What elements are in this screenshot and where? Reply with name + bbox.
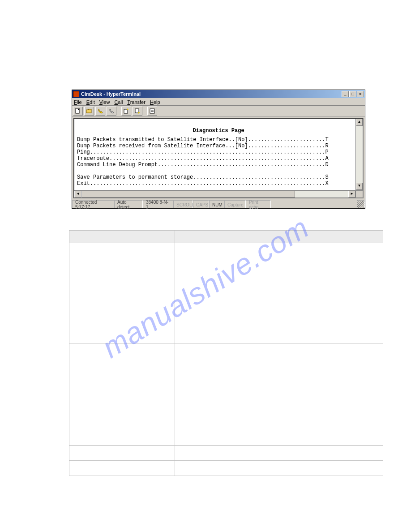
status-printecho: Print echo xyxy=(246,200,271,208)
table-header-cell xyxy=(175,231,383,243)
statusbar: Connected 5:17:17 Auto detect 38400 8-N-… xyxy=(72,200,365,208)
toolbar xyxy=(72,106,365,116)
toolbar-disconnect-button[interactable] xyxy=(107,107,116,116)
terminal-line: Exit....................................… xyxy=(77,180,329,187)
status-num: NUM xyxy=(209,200,224,208)
table-header-row xyxy=(69,231,383,243)
svg-rect-1 xyxy=(124,109,128,113)
window-title: CimDesk - HyperTerminal xyxy=(81,91,340,97)
hscroll-track[interactable] xyxy=(81,191,348,197)
horizontal-scrollbar[interactable]: ◄ ► xyxy=(74,190,355,197)
toolbar-new-button[interactable] xyxy=(73,107,83,116)
status-scroll: SCROLL xyxy=(173,200,193,208)
status-capture: Capture xyxy=(224,200,246,208)
doc-table xyxy=(69,230,383,476)
svg-rect-2 xyxy=(135,109,139,113)
menu-call[interactable]: Call xyxy=(114,99,123,105)
table-header-cell xyxy=(69,231,139,243)
disconnect-icon xyxy=(108,108,115,114)
svg-rect-3 xyxy=(150,109,154,113)
menu-edit[interactable]: Edit xyxy=(86,99,95,105)
scroll-right-icon[interactable]: ► xyxy=(348,191,355,197)
toolbar-receive-button[interactable] xyxy=(133,107,142,116)
table-row xyxy=(69,343,383,446)
terminal-line: Ping....................................… xyxy=(77,149,329,155)
table-row xyxy=(69,446,383,461)
receive-icon xyxy=(134,108,141,114)
menu-transfer[interactable]: Transfer xyxy=(127,99,146,105)
table-row xyxy=(69,243,383,343)
terminal-content[interactable]: Diagnostics PageDump Packets transmitted… xyxy=(74,119,363,197)
app-icon xyxy=(73,91,79,97)
toolbar-properties-button[interactable] xyxy=(147,107,157,116)
send-icon xyxy=(123,108,129,114)
status-detect: Auto detect xyxy=(114,200,143,208)
toolbar-call-button[interactable] xyxy=(95,107,105,116)
scroll-left-icon[interactable]: ◄ xyxy=(74,191,81,197)
menu-view[interactable]: View xyxy=(99,99,110,105)
terminal-header: Diagnostics Page xyxy=(77,126,360,137)
properties-icon xyxy=(149,108,155,114)
terminal-line: Traceroute..............................… xyxy=(77,155,329,162)
toolbar-send-button[interactable] xyxy=(121,107,131,116)
resize-grip-icon[interactable] xyxy=(357,200,365,208)
menubar: File Edit View Call Transfer Help xyxy=(72,98,365,106)
svg-rect-0 xyxy=(76,108,79,113)
maximize-button[interactable]: □ xyxy=(349,91,356,97)
call-icon xyxy=(97,108,103,114)
status-caps: CAPS xyxy=(193,200,209,208)
hscroll-thumb[interactable] xyxy=(81,191,295,197)
menu-help[interactable]: Help xyxy=(150,99,160,105)
titlebar[interactable]: CimDesk - HyperTerminal _ □ × xyxy=(72,90,365,98)
toolbar-open-button[interactable] xyxy=(84,107,94,116)
table-row xyxy=(69,461,383,476)
open-icon xyxy=(86,108,92,114)
scroll-down-icon[interactable]: ▼ xyxy=(356,183,363,190)
terminal-area: Diagnostics PageDump Packets transmitted… xyxy=(73,118,364,198)
scroll-up-icon[interactable]: ▲ xyxy=(356,119,363,126)
terminal-line: Dump Packets received from Satellite Int… xyxy=(77,143,329,149)
terminal-line: Dump Packets transmitted to Satellite In… xyxy=(77,137,329,143)
close-button[interactable]: × xyxy=(357,91,364,97)
vertical-scrollbar[interactable]: ▲ ▼ xyxy=(355,119,363,190)
status-port: 38400 8-N-1 xyxy=(143,200,173,208)
hyperterminal-window: CimDesk - HyperTerminal _ □ × File Edit … xyxy=(72,90,365,209)
terminal-line: Save Parameters to permanent storage....… xyxy=(77,174,329,180)
minimize-button[interactable]: _ xyxy=(342,91,349,97)
status-connected: Connected 5:17:17 xyxy=(72,200,114,208)
new-icon xyxy=(75,108,81,114)
terminal-line: Command Line Debug Prompt...............… xyxy=(77,162,329,168)
scroll-corner xyxy=(355,190,363,197)
table-header-cell xyxy=(139,231,175,243)
menu-file[interactable]: File xyxy=(74,99,82,105)
vscroll-track[interactable] xyxy=(356,126,363,183)
